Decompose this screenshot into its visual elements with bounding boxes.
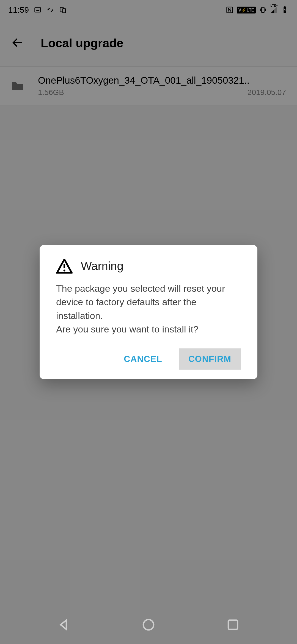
cancel-button[interactable]: CANCEL bbox=[114, 348, 172, 370]
svg-rect-17 bbox=[228, 620, 237, 629]
warning-icon bbox=[56, 259, 73, 274]
nav-recent-button[interactable] bbox=[226, 618, 240, 632]
warning-dialog: Warning The package you selected will re… bbox=[40, 245, 257, 379]
nav-back-button[interactable] bbox=[57, 618, 71, 632]
navigation-bar bbox=[0, 605, 297, 644]
confirm-button[interactable]: CONFIRM bbox=[179, 348, 241, 370]
dialog-title: Warning bbox=[81, 260, 123, 273]
svg-point-14 bbox=[64, 270, 65, 272]
svg-marker-15 bbox=[61, 620, 67, 629]
dialog-message: The package you selected will reset your… bbox=[56, 282, 241, 336]
nav-home-button[interactable] bbox=[142, 618, 155, 632]
dialog-actions: CANCEL CONFIRM bbox=[56, 348, 241, 370]
svg-point-16 bbox=[143, 620, 154, 630]
dialog-header: Warning bbox=[56, 259, 241, 274]
